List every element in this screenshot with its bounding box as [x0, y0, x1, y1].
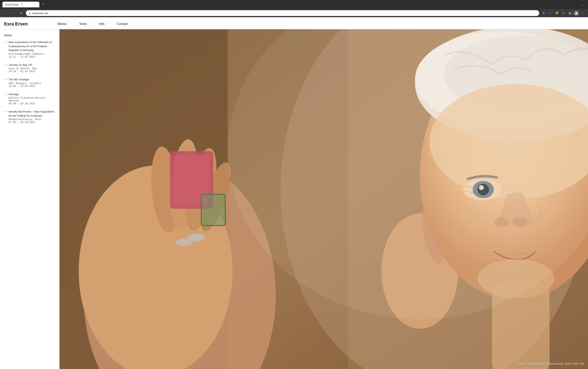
list-item: → New Acquisitions of the Collection of … — [4, 40, 55, 58]
sidebar-news-title: News — [4, 33, 55, 37]
news-item-venue: Gallery Françoise Heitsch, München — [9, 97, 55, 102]
url-display: esraersen.de — [32, 12, 48, 15]
lock-icon: 🔒 — [28, 12, 31, 15]
address-bar[interactable]: 🔒 esraersen.de — [26, 10, 539, 16]
sidebar-toggle-button[interactable]: ▣ — [567, 10, 573, 16]
news-item-title[interactable]: Heritage — [9, 92, 55, 96]
browser-chrome: Esra Ersen ✕ + ⌄ — [0, 0, 588, 9]
minimize-button[interactable]: ⌄ — [580, 2, 586, 7]
tab-bar: Esra Ersen ✕ + — [2, 2, 578, 7]
hero-caption: Perfect / Growing Older (Dis)Gracefully,… — [517, 362, 584, 365]
nav-works[interactable]: Works — [57, 22, 67, 26]
site-nav: Works Texts Info Contact — [57, 22, 128, 26]
news-item-dates: 28.10 – 01.03.2023 — [9, 70, 37, 73]
news-item-title[interactable]: The 90s Onstage — [9, 78, 41, 82]
svg-point-12 — [176, 239, 193, 246]
news-item-dates: 09.09 – 29.10.2022 — [9, 102, 55, 105]
news-item-dates: 15.09 – 12.02.2023 — [9, 85, 41, 88]
news-item-venue: Casa di Goethe, Rom — [9, 67, 37, 70]
forward-button[interactable]: → — [10, 10, 16, 16]
list-item: → Journey To Italy XXI Casa di Goethe, R… — [4, 63, 55, 73]
list-item: → Heritage Gallery Françoise Heitsch, Mü… — [4, 92, 55, 105]
svg-rect-32 — [201, 194, 225, 226]
site-title: Esra Ersen — [4, 21, 49, 27]
website-content: Esra Ersen Works Texts Info Contact News… — [0, 17, 588, 369]
tab-title: Esra Ersen — [5, 3, 19, 6]
hero-image-area: Perfect / Growing Older (Dis)Gracefully,… — [60, 29, 588, 369]
bookmark-button[interactable]: ☆ — [547, 10, 553, 16]
address-bar-row: ← → ↺ 🔒 esraersen.de ⬆ ☆ 🧩 ⊡ ▣ ⋮ — [0, 9, 588, 17]
tab-close-button[interactable]: ✕ — [20, 3, 23, 6]
refresh-button[interactable]: ↺ — [18, 10, 24, 16]
main-content: News → New Acquisitions of the Collectio… — [0, 29, 588, 369]
active-tab[interactable]: Esra Ersen ✕ — [2, 2, 39, 7]
arrow-icon: → — [4, 92, 7, 96]
nav-info[interactable]: Info — [99, 22, 105, 26]
news-item-venue: Bundeskunsthalle, Bonn — [9, 118, 55, 121]
site-header: Esra Ersen Works Texts Info Contact — [0, 17, 588, 29]
arrow-icon: → — [4, 40, 7, 44]
more-options-button[interactable]: ⋮ — [580, 10, 586, 16]
nav-contact[interactable]: Contact — [117, 22, 128, 26]
news-item-title[interactable]: New Acquisitions of the Collection of Co… — [9, 40, 55, 52]
news-item-title[interactable]: Journey To Italy XXI — [9, 63, 37, 67]
extensions-button[interactable]: 🧩 — [554, 10, 560, 16]
sidebar: News → New Acquisitions of the Collectio… — [0, 29, 60, 369]
new-tab-button[interactable]: + — [40, 2, 46, 7]
back-button[interactable]: ← — [2, 10, 9, 16]
hero-image: Perfect / Growing Older (Dis)Gracefully,… — [60, 29, 588, 369]
cast-button[interactable]: ⊡ — [560, 10, 566, 16]
news-item-venue: SALT Beyoglu, Istanbul — [9, 82, 41, 85]
news-item-venue: Kunstsammlungen Chemnitz — [9, 53, 55, 56]
profile-button[interactable] — [574, 10, 579, 16]
toolbar-icons: ⬆ ☆ 🧩 ⊡ ▣ ⋮ — [541, 10, 586, 16]
list-item: → The 90s Onstage SALT Beyoglu, Istanbul… — [4, 78, 55, 88]
news-item-title[interactable]: Identity Not Proven – New Acquisitions f… — [9, 110, 55, 118]
arrow-icon: → — [4, 63, 7, 66]
arrow-icon: → — [4, 110, 7, 113]
news-item-dates: 13.11 – 12.02.2023 — [9, 56, 55, 58]
list-item: → Identity Not Proven – New Acquisitions… — [4, 110, 55, 124]
share-button[interactable]: ⬆ — [541, 10, 546, 16]
nav-texts[interactable]: Texts — [79, 22, 87, 26]
arrow-icon: → — [4, 78, 7, 81]
news-item-dates: 07.05 – 03.10.2022 — [9, 121, 55, 124]
